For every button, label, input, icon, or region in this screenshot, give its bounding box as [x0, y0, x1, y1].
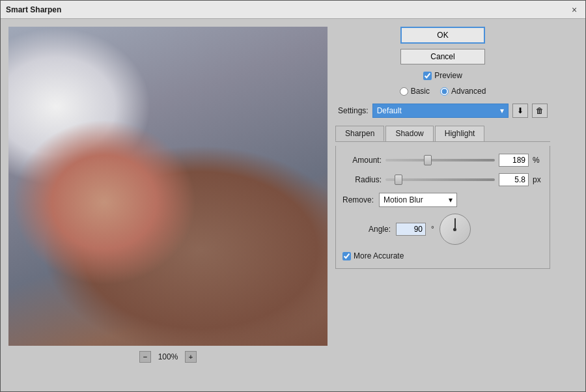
zoom-in-button[interactable]: +: [185, 351, 197, 363]
angle-dial-indicator: [453, 228, 456, 231]
remove-value: Motion Blur: [384, 195, 423, 204]
preview-panel: − 100% +: [8, 27, 328, 384]
radius-unit: px: [533, 175, 543, 184]
settings-row: Settings: Default ▾ ⬇ 🗑: [335, 104, 550, 118]
angle-input[interactable]: [396, 223, 426, 236]
basic-radio-label[interactable]: Basic: [400, 87, 430, 96]
more-accurate-label[interactable]: More Accurate: [342, 251, 404, 260]
amount-slider[interactable]: [385, 159, 495, 161]
settings-dropdown[interactable]: Default ▾: [372, 104, 509, 118]
more-accurate-checkbox[interactable]: [342, 252, 351, 260]
angle-dial[interactable]: [440, 214, 471, 245]
dropdown-arrow-icon: ▾: [500, 106, 504, 115]
remove-row: Remove: Motion Blur ▾: [342, 193, 543, 207]
remove-dropdown-arrow: ▾: [449, 195, 453, 204]
dialog-body: − 100% + OK Cancel Preview: [1, 19, 585, 391]
preview-image-canvas: [8, 27, 328, 346]
tab-highlight[interactable]: Highlight: [435, 126, 485, 141]
preview-label: Preview: [434, 71, 462, 80]
smart-sharpen-dialog: Smart Sharpen × − 100% + OK Cancel: [0, 0, 586, 392]
remove-dropdown[interactable]: Motion Blur ▾: [379, 193, 457, 207]
tab-sharpen[interactable]: Sharpen: [335, 126, 384, 141]
more-accurate-text: More Accurate: [354, 251, 404, 260]
sharpen-tab-content: Amount: % Radius: px Remove: Motion B: [335, 146, 550, 269]
more-accurate-row: More Accurate: [342, 251, 543, 260]
title-bar: Smart Sharpen ×: [1, 1, 585, 19]
top-buttons: OK Cancel: [335, 27, 550, 64]
angle-label: Angle:: [369, 225, 391, 234]
trash-icon: 🗑: [536, 106, 544, 115]
basic-label: Basic: [411, 87, 430, 96]
radius-slider[interactable]: [385, 178, 495, 181]
preview-checkbox-label[interactable]: Preview: [423, 71, 462, 80]
basic-radio[interactable]: [400, 87, 408, 96]
preview-controls: − 100% +: [139, 351, 197, 363]
settings-value: Default: [377, 106, 402, 115]
radius-label: Radius:: [342, 175, 382, 184]
save-icon: ⬇: [517, 106, 523, 115]
tabs-container: Sharpen Shadow Highlight: [335, 126, 550, 142]
cancel-button[interactable]: Cancel: [400, 49, 485, 64]
controls-panel: OK Cancel Preview Basic Advanced: [335, 27, 550, 384]
zoom-value: 100%: [156, 352, 180, 361]
tab-highlight-label: Highlight: [445, 129, 475, 138]
save-settings-button[interactable]: ⬇: [512, 104, 528, 118]
preview-image: [8, 27, 328, 346]
tab-shadow-label: Shadow: [395, 129, 423, 138]
angle-row: Angle: °: [342, 214, 543, 245]
radius-input[interactable]: [499, 173, 529, 186]
radius-row: Radius: px: [342, 173, 543, 186]
tab-shadow[interactable]: Shadow: [385, 126, 433, 141]
dialog-title: Smart Sharpen: [6, 5, 61, 14]
degree-symbol: °: [431, 225, 434, 234]
settings-label: Settings:: [338, 106, 369, 115]
amount-label: Amount:: [342, 156, 382, 165]
tab-sharpen-label: Sharpen: [345, 129, 374, 138]
delete-settings-button[interactable]: 🗑: [532, 104, 548, 118]
preview-row: Preview: [335, 71, 550, 80]
ok-button[interactable]: OK: [400, 27, 485, 44]
zoom-out-button[interactable]: −: [139, 351, 151, 363]
amount-unit: %: [533, 156, 543, 165]
amount-input[interactable]: [499, 154, 529, 167]
preview-checkbox[interactable]: [423, 72, 432, 80]
close-button[interactable]: ×: [568, 4, 580, 16]
amount-row: Amount: %: [342, 154, 543, 167]
advanced-label: Advanced: [451, 87, 486, 96]
remove-label: Remove:: [342, 195, 374, 204]
advanced-radio-label[interactable]: Advanced: [440, 87, 486, 96]
mode-radio-group: Basic Advanced: [335, 87, 550, 96]
advanced-radio[interactable]: [440, 87, 449, 96]
